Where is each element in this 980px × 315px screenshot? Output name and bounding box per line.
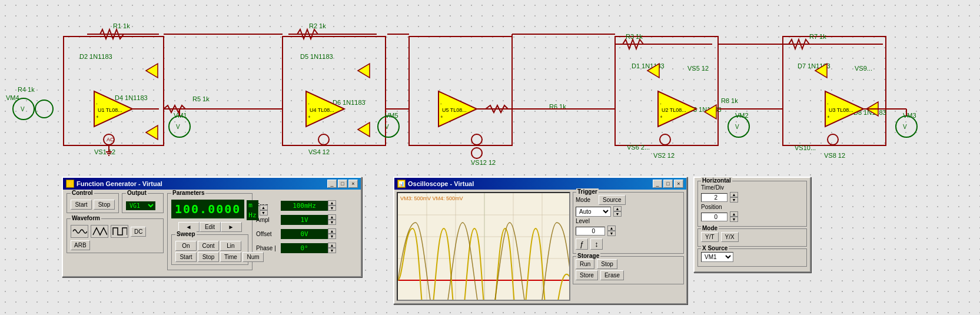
time-div-input-row: ▲ ▼ [701,192,803,203]
svg-text:-: - [827,101,829,106]
sine-wave-button[interactable] [71,225,88,238]
svg-text:VS2 12: VS2 12 [653,152,675,159]
svg-text:V: V [735,124,739,130]
svg-point-10 [35,100,53,118]
offset-label: Offset [256,231,278,237]
time-div-up[interactable]: ▲ [730,192,738,197]
horizontal-label: Horizontal [701,177,732,184]
freq-val-down[interactable]: ▼ [328,205,336,211]
trigger-f-button[interactable]: ƒ [576,238,588,250]
phase-value-display: 0° [281,243,328,253]
svg-text:-: - [440,101,442,106]
trigger-label: Trigger [576,188,599,195]
minimize-button[interactable]: _ [327,180,337,188]
edit-button[interactable]: Edit [200,222,221,232]
sweep-time-button[interactable]: Time [220,252,241,262]
yt-yx-row: Y/T Y/X [701,232,803,242]
svg-marker-60 [647,64,659,78]
svg-text:R8 1k: R8 1k [721,97,738,104]
ampl-val-up[interactable]: ▲ [328,214,336,220]
square-wave-button[interactable] [111,225,128,238]
sweep-cont-button[interactable]: Cont [198,241,219,251]
trigger-mode-select[interactable]: Auto [576,207,611,217]
svg-point-86 [104,134,114,145]
svg-text:-: - [96,101,98,106]
time-div-down[interactable]: ▼ [730,197,738,203]
level-up[interactable]: ▲ [607,226,616,231]
time-div-input[interactable] [701,193,727,202]
stop-button[interactable]: Stop [94,200,115,210]
unit-hz: Hz [247,210,258,220]
freq-val-up[interactable]: ▲ [328,200,336,205]
stop-button[interactable]: Stop [597,259,617,269]
ampl-value-display: 1V [281,215,328,225]
arb-button[interactable]: ARB [71,240,90,250]
trigger-t-button[interactable]: ↕ [590,238,603,250]
scope-close-button[interactable]: × [674,180,683,188]
sweep-on-button[interactable]: On [175,241,197,251]
func-gen-title: Function Generator - Virtual [77,180,162,187]
level-down[interactable]: ▼ [607,231,616,236]
scope-body: VM3: 500mV VM4: 500mV [394,190,686,303]
phase-val-up[interactable]: ▲ [328,243,336,248]
sweep-num-button[interactable]: Num [242,252,264,262]
run-stop-row: Run Stop [576,259,681,269]
svg-text:V: V [21,106,25,112]
source-button[interactable]: Source [599,195,626,205]
yt-button[interactable]: Y/T [701,232,719,242]
erase-button[interactable]: Erase [600,270,624,280]
svg-text:D3 1N1183: D3 1N1183 [689,106,722,113]
svg-point-74 [896,116,917,137]
svg-marker-78 [866,102,878,116]
level-input[interactable] [576,227,605,236]
position-input[interactable] [701,213,727,221]
phase-val-down[interactable]: ▼ [328,248,336,253]
scope-maximize-button[interactable]: □ [663,180,673,188]
close-button[interactable]: × [348,180,358,188]
svg-text:R3 1k: R3 1k [626,33,643,40]
level-input-row: ▲ ▼ [576,226,681,236]
freq-up-arrow[interactable]: ▲ [260,205,268,210]
control-group: Control Start Stop [67,193,119,213]
freq-display: 100.0000 [171,200,244,218]
svg-rect-45 [615,37,718,145]
offset-val-up[interactable]: ▲ [328,228,336,234]
arrow-right-button[interactable]: ► [221,222,242,232]
store-button[interactable]: Store [576,270,598,280]
svg-marker-36 [358,122,370,137]
triangle-wave-button[interactable] [91,225,108,238]
offset-val-down[interactable]: ▼ [328,234,336,239]
svg-text:-: - [308,101,310,106]
dc-button[interactable]: DC [131,227,146,237]
svg-text:R6 1k: R6 1k [549,103,566,110]
scope-minimize-button[interactable]: _ [653,180,662,188]
svg-text:D5 1N1183: D5 1N1183 [300,53,333,60]
sweep-lin-button[interactable]: Lin [220,241,241,251]
svg-text:VM3: VM3 [903,112,916,119]
x-source-select[interactable]: VM1 VM2 VM3 [701,252,733,262]
svg-marker-41 [438,91,477,127]
svg-text:R7 1k: R7 1k [809,33,826,40]
mode-down[interactable]: ▼ [613,211,622,217]
yx-button[interactable]: Y/X [721,232,739,242]
position-down[interactable]: ▼ [730,217,738,222]
level-row: Level [576,218,681,224]
maximize-button[interactable]: □ [338,180,347,188]
sweep-start-button[interactable]: Start [175,252,197,262]
scope-titlebar-left: 📊 Oscilloscope - Virtual [397,180,474,188]
freq-down-arrow[interactable]: ▼ [260,210,268,215]
svg-marker-23 [146,125,158,140]
scope-controls-panel: Trigger Mode Source Auto ▲ ▼ Level [573,192,684,301]
start-button[interactable]: Start [71,200,92,210]
position-up[interactable]: ▲ [730,211,738,217]
output-select[interactable]: VG1 [126,201,155,210]
run-button[interactable]: Run [576,259,594,269]
unit-m: m [247,200,258,210]
sweep-stop-button[interactable]: Stop [198,252,219,262]
svg-point-37 [378,116,399,137]
ampl-val-down[interactable]: ▼ [328,220,336,225]
mode-up[interactable]: ▲ [613,206,622,211]
svg-marker-30 [306,91,344,127]
svg-point-88 [318,134,329,145]
svg-text:V: V [385,124,389,130]
